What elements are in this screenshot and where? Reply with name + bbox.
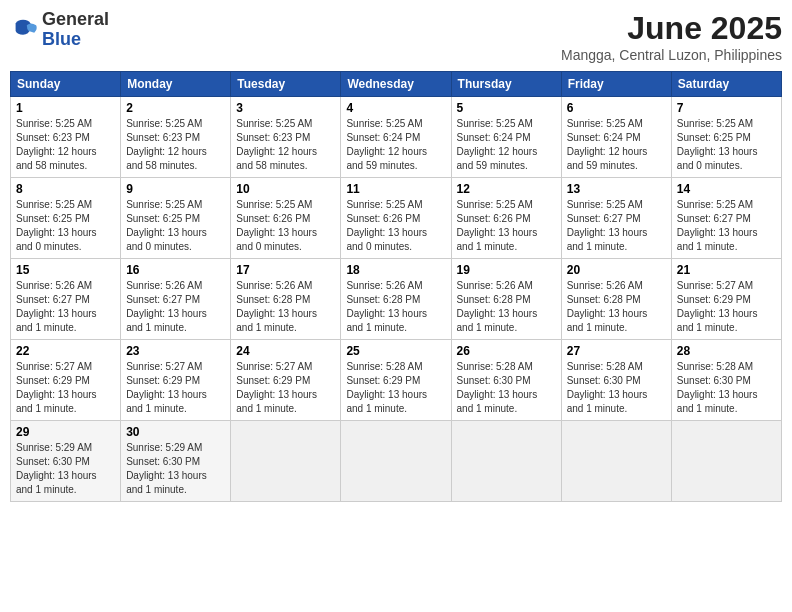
day-info: Sunrise: 5:25 AM Sunset: 6:27 PM Dayligh…	[677, 198, 776, 254]
title-block: June 2025 Mangga, Central Luzon, Philipp…	[561, 10, 782, 63]
calendar-cell	[451, 421, 561, 502]
day-number: 27	[567, 344, 666, 358]
calendar-cell: 26Sunrise: 5:28 AM Sunset: 6:30 PM Dayli…	[451, 340, 561, 421]
calendar-cell: 13Sunrise: 5:25 AM Sunset: 6:27 PM Dayli…	[561, 178, 671, 259]
day-number: 24	[236, 344, 335, 358]
calendar-cell: 22Sunrise: 5:27 AM Sunset: 6:29 PM Dayli…	[11, 340, 121, 421]
day-info: Sunrise: 5:28 AM Sunset: 6:29 PM Dayligh…	[346, 360, 445, 416]
col-friday: Friday	[561, 72, 671, 97]
day-number: 28	[677, 344, 776, 358]
day-info: Sunrise: 5:25 AM Sunset: 6:23 PM Dayligh…	[126, 117, 225, 173]
day-number: 21	[677, 263, 776, 277]
day-info: Sunrise: 5:28 AM Sunset: 6:30 PM Dayligh…	[457, 360, 556, 416]
calendar-cell	[231, 421, 341, 502]
calendar-cell: 5Sunrise: 5:25 AM Sunset: 6:24 PM Daylig…	[451, 97, 561, 178]
calendar-cell: 29Sunrise: 5:29 AM Sunset: 6:30 PM Dayli…	[11, 421, 121, 502]
calendar-cell: 28Sunrise: 5:28 AM Sunset: 6:30 PM Dayli…	[671, 340, 781, 421]
day-info: Sunrise: 5:26 AM Sunset: 6:28 PM Dayligh…	[457, 279, 556, 335]
day-info: Sunrise: 5:25 AM Sunset: 6:24 PM Dayligh…	[567, 117, 666, 173]
day-number: 18	[346, 263, 445, 277]
day-info: Sunrise: 5:26 AM Sunset: 6:27 PM Dayligh…	[16, 279, 115, 335]
day-info: Sunrise: 5:25 AM Sunset: 6:26 PM Dayligh…	[236, 198, 335, 254]
day-info: Sunrise: 5:25 AM Sunset: 6:25 PM Dayligh…	[126, 198, 225, 254]
col-saturday: Saturday	[671, 72, 781, 97]
day-number: 16	[126, 263, 225, 277]
calendar-cell: 1Sunrise: 5:25 AM Sunset: 6:23 PM Daylig…	[11, 97, 121, 178]
col-tuesday: Tuesday	[231, 72, 341, 97]
day-number: 12	[457, 182, 556, 196]
day-number: 3	[236, 101, 335, 115]
day-number: 13	[567, 182, 666, 196]
calendar-cell: 3Sunrise: 5:25 AM Sunset: 6:23 PM Daylig…	[231, 97, 341, 178]
day-info: Sunrise: 5:27 AM Sunset: 6:29 PM Dayligh…	[236, 360, 335, 416]
day-number: 6	[567, 101, 666, 115]
day-info: Sunrise: 5:29 AM Sunset: 6:30 PM Dayligh…	[16, 441, 115, 497]
day-number: 5	[457, 101, 556, 115]
day-info: Sunrise: 5:25 AM Sunset: 6:25 PM Dayligh…	[677, 117, 776, 173]
day-number: 7	[677, 101, 776, 115]
day-number: 25	[346, 344, 445, 358]
day-number: 19	[457, 263, 556, 277]
location-title: Mangga, Central Luzon, Philippines	[561, 47, 782, 63]
calendar-cell	[671, 421, 781, 502]
page-header: General Blue June 2025 Mangga, Central L…	[10, 10, 782, 63]
calendar-week-row: 29Sunrise: 5:29 AM Sunset: 6:30 PM Dayli…	[11, 421, 782, 502]
day-info: Sunrise: 5:29 AM Sunset: 6:30 PM Dayligh…	[126, 441, 225, 497]
day-number: 20	[567, 263, 666, 277]
logo: General Blue	[10, 10, 109, 50]
calendar-cell: 30Sunrise: 5:29 AM Sunset: 6:30 PM Dayli…	[121, 421, 231, 502]
day-info: Sunrise: 5:25 AM Sunset: 6:25 PM Dayligh…	[16, 198, 115, 254]
day-number: 9	[126, 182, 225, 196]
calendar-cell: 23Sunrise: 5:27 AM Sunset: 6:29 PM Dayli…	[121, 340, 231, 421]
calendar-cell: 14Sunrise: 5:25 AM Sunset: 6:27 PM Dayli…	[671, 178, 781, 259]
day-info: Sunrise: 5:26 AM Sunset: 6:28 PM Dayligh…	[567, 279, 666, 335]
day-info: Sunrise: 5:28 AM Sunset: 6:30 PM Dayligh…	[567, 360, 666, 416]
day-number: 29	[16, 425, 115, 439]
calendar-cell: 6Sunrise: 5:25 AM Sunset: 6:24 PM Daylig…	[561, 97, 671, 178]
day-info: Sunrise: 5:25 AM Sunset: 6:26 PM Dayligh…	[457, 198, 556, 254]
calendar-cell: 15Sunrise: 5:26 AM Sunset: 6:27 PM Dayli…	[11, 259, 121, 340]
calendar-cell: 25Sunrise: 5:28 AM Sunset: 6:29 PM Dayli…	[341, 340, 451, 421]
calendar-body: 1Sunrise: 5:25 AM Sunset: 6:23 PM Daylig…	[11, 97, 782, 502]
day-info: Sunrise: 5:27 AM Sunset: 6:29 PM Dayligh…	[677, 279, 776, 335]
calendar-week-row: 8Sunrise: 5:25 AM Sunset: 6:25 PM Daylig…	[11, 178, 782, 259]
day-number: 10	[236, 182, 335, 196]
calendar-table: Sunday Monday Tuesday Wednesday Thursday…	[10, 71, 782, 502]
day-info: Sunrise: 5:25 AM Sunset: 6:27 PM Dayligh…	[567, 198, 666, 254]
calendar-cell: 4Sunrise: 5:25 AM Sunset: 6:24 PM Daylig…	[341, 97, 451, 178]
month-title: June 2025	[561, 10, 782, 47]
day-number: 23	[126, 344, 225, 358]
day-info: Sunrise: 5:26 AM Sunset: 6:28 PM Dayligh…	[236, 279, 335, 335]
col-wednesday: Wednesday	[341, 72, 451, 97]
logo-general-text: General	[42, 9, 109, 29]
calendar-cell: 10Sunrise: 5:25 AM Sunset: 6:26 PM Dayli…	[231, 178, 341, 259]
calendar-cell: 27Sunrise: 5:28 AM Sunset: 6:30 PM Dayli…	[561, 340, 671, 421]
logo-icon	[10, 16, 38, 44]
calendar-cell: 8Sunrise: 5:25 AM Sunset: 6:25 PM Daylig…	[11, 178, 121, 259]
calendar-header-row: Sunday Monday Tuesday Wednesday Thursday…	[11, 72, 782, 97]
day-info: Sunrise: 5:25 AM Sunset: 6:24 PM Dayligh…	[346, 117, 445, 173]
calendar-week-row: 15Sunrise: 5:26 AM Sunset: 6:27 PM Dayli…	[11, 259, 782, 340]
calendar-cell: 20Sunrise: 5:26 AM Sunset: 6:28 PM Dayli…	[561, 259, 671, 340]
day-number: 8	[16, 182, 115, 196]
day-info: Sunrise: 5:25 AM Sunset: 6:23 PM Dayligh…	[236, 117, 335, 173]
day-info: Sunrise: 5:27 AM Sunset: 6:29 PM Dayligh…	[126, 360, 225, 416]
calendar-cell: 18Sunrise: 5:26 AM Sunset: 6:28 PM Dayli…	[341, 259, 451, 340]
day-info: Sunrise: 5:28 AM Sunset: 6:30 PM Dayligh…	[677, 360, 776, 416]
day-number: 1	[16, 101, 115, 115]
day-number: 30	[126, 425, 225, 439]
day-number: 15	[16, 263, 115, 277]
calendar-cell: 16Sunrise: 5:26 AM Sunset: 6:27 PM Dayli…	[121, 259, 231, 340]
calendar-cell: 11Sunrise: 5:25 AM Sunset: 6:26 PM Dayli…	[341, 178, 451, 259]
col-sunday: Sunday	[11, 72, 121, 97]
day-number: 26	[457, 344, 556, 358]
calendar-cell: 12Sunrise: 5:25 AM Sunset: 6:26 PM Dayli…	[451, 178, 561, 259]
logo-blue-text: Blue	[42, 29, 81, 49]
calendar-week-row: 22Sunrise: 5:27 AM Sunset: 6:29 PM Dayli…	[11, 340, 782, 421]
col-monday: Monday	[121, 72, 231, 97]
calendar-cell: 7Sunrise: 5:25 AM Sunset: 6:25 PM Daylig…	[671, 97, 781, 178]
day-number: 4	[346, 101, 445, 115]
calendar-cell: 17Sunrise: 5:26 AM Sunset: 6:28 PM Dayli…	[231, 259, 341, 340]
day-number: 11	[346, 182, 445, 196]
calendar-cell: 9Sunrise: 5:25 AM Sunset: 6:25 PM Daylig…	[121, 178, 231, 259]
